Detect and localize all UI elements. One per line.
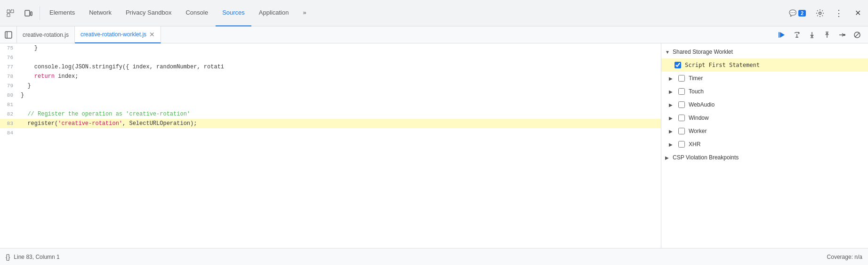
status-bar: {} Line 83, Column 1 Coverage: n/a <box>0 248 868 265</box>
chevron-right-icon: ▶ <box>665 155 671 160</box>
right-panel: ▼ Shared Storage Worklet Script First St… <box>661 43 868 248</box>
devtools-toolbar: Elements Network Privacy Sandbox Console… <box>0 0 868 26</box>
worker-label: Worker <box>689 128 707 134</box>
inspect-element-icon[interactable] <box>2 5 19 22</box>
webaudio-checkbox[interactable] <box>678 101 685 108</box>
line-number: 79 <box>0 81 19 91</box>
line-number: 75 <box>0 43 19 53</box>
script-first-statement-checkbox[interactable] <box>675 62 681 68</box>
code-editor[interactable]: 75 } 76 77 console.log(JSON.stringify({ … <box>0 43 661 248</box>
line-number: 77 <box>0 62 19 72</box>
chevron-right-icon: ▶ <box>669 76 675 81</box>
svg-rect-9 <box>779 32 780 38</box>
tab-application[interactable]: Application <box>252 0 296 26</box>
sidebar-toggle-button[interactable] <box>0 26 17 43</box>
code-lines: 75 } 76 77 console.log(JSON.stringify({ … <box>0 43 661 138</box>
toolbar-right: 💬 2 ⋮ ✕ <box>785 5 866 22</box>
tab-network[interactable]: Network <box>82 0 118 26</box>
tab-sources[interactable]: Sources <box>216 0 251 26</box>
line-content: } <box>19 91 24 100</box>
svg-marker-8 <box>780 32 785 38</box>
curly-braces-icon: {} <box>6 253 10 261</box>
touch-header[interactable]: ▶ Touch <box>661 85 868 98</box>
table-row: 80 } <box>0 91 661 100</box>
chevron-right-icon: ▶ <box>669 142 675 147</box>
tab-overflow[interactable]: » <box>296 0 313 26</box>
file-tab-label-active: creative-rotation-worklet.js <box>80 31 146 38</box>
window-checkbox[interactable] <box>678 115 685 121</box>
line-content: console.log(JSON.stringify({ index, rand… <box>19 62 224 72</box>
breakpoint-section-worker: ▶ Worker <box>661 124 868 138</box>
table-row: 82 // Register the operation as 'creativ… <box>0 109 661 119</box>
svg-rect-4 <box>31 12 32 16</box>
window-label: Window <box>689 115 709 121</box>
table-row: 78 return index; <box>0 72 661 81</box>
status-position: Line 83, Column 1 <box>14 254 59 260</box>
webaudio-header[interactable]: ▶ WebAudio <box>661 98 868 111</box>
timer-label: Timer <box>689 75 703 82</box>
file-tab-creative-rotation[interactable]: creative-rotation.js <box>17 26 75 43</box>
table-row: 76 <box>0 53 661 62</box>
table-row: 84 <box>0 128 661 138</box>
window-header[interactable]: ▶ Window <box>661 111 868 124</box>
worker-checkbox[interactable] <box>678 128 685 134</box>
line-number: 81 <box>0 100 19 109</box>
line-number: 76 <box>0 53 19 62</box>
line-number: 78 <box>0 72 19 81</box>
chevron-down-icon: ▼ <box>665 50 671 55</box>
close-icon: ✕ <box>855 8 861 17</box>
chevron-right-icon: ▶ <box>669 102 675 108</box>
chevron-right-icon: ▶ <box>669 89 675 94</box>
toolbar-separator-1 <box>40 7 40 20</box>
tab-console[interactable]: Console <box>179 0 215 26</box>
bp-item-label: Script First Statement <box>685 62 760 68</box>
line-content: register('creative-rotation', SelectURLO… <box>19 119 197 128</box>
deactivate-breakpoints-button[interactable] <box>850 28 864 42</box>
file-tab-creative-rotation-worklet[interactable]: creative-rotation-worklet.js ✕ <box>75 26 161 43</box>
svg-line-19 <box>855 33 860 37</box>
line-content <box>19 53 24 62</box>
xhr-header[interactable]: ▶ XHR <box>661 138 868 151</box>
breakpoint-section-webaudio: ▶ WebAudio <box>661 98 868 111</box>
line-content: } <box>19 43 38 53</box>
breakpoint-section-shared-storage: ▼ Shared Storage Worklet Script First St… <box>661 45 868 72</box>
debug-toolbar <box>775 28 868 42</box>
step-out-button[interactable] <box>820 28 834 42</box>
step-into-button[interactable] <box>805 28 819 42</box>
main-content: 75 } 76 77 console.log(JSON.stringify({ … <box>0 43 868 248</box>
svg-rect-6 <box>5 32 12 38</box>
close-devtools-button[interactable]: ✕ <box>849 5 866 22</box>
step-button[interactable] <box>835 28 849 42</box>
step-over-button[interactable] <box>790 28 804 42</box>
breakpoint-section-window: ▶ Window <box>661 111 868 124</box>
more-options-icon[interactable]: ⋮ <box>830 5 847 22</box>
settings-icon[interactable] <box>812 5 828 22</box>
line-number: 80 <box>0 91 19 100</box>
touch-label: Touch <box>689 88 704 95</box>
line-content: // Register the operation as 'creative-r… <box>19 109 190 119</box>
line-content <box>19 128 24 138</box>
device-toolbar-icon[interactable] <box>20 5 37 22</box>
svg-point-17 <box>844 34 845 36</box>
touch-checkbox[interactable] <box>678 88 685 95</box>
tab-elements[interactable]: Elements <box>43 0 81 26</box>
svg-rect-0 <box>7 10 10 13</box>
feedback-icon: 💬 <box>789 9 796 17</box>
shared-storage-worklet-header[interactable]: ▼ Shared Storage Worklet <box>661 45 868 58</box>
timer-header[interactable]: ▶ Timer <box>661 72 868 85</box>
timer-checkbox[interactable] <box>678 75 685 82</box>
resume-button[interactable] <box>775 28 789 42</box>
tab-privacy-sandbox[interactable]: Privacy Sandbox <box>119 0 178 26</box>
feedback-button[interactable]: 💬 2 <box>785 8 810 18</box>
table-row: 75 } <box>0 43 661 53</box>
bp-item-script-first-statement[interactable]: Script First Statement <box>661 58 868 72</box>
xhr-checkbox[interactable] <box>678 141 685 148</box>
webaudio-label: WebAudio <box>689 101 715 108</box>
worker-header[interactable]: ▶ Worker <box>661 124 868 138</box>
vertical-dots-icon: ⋮ <box>835 8 844 18</box>
file-tab-close-button[interactable]: ✕ <box>149 31 155 38</box>
csp-label: CSP Violation Breakpoints <box>673 154 739 161</box>
section-label: Shared Storage Worklet <box>673 49 733 55</box>
table-row: 79 } <box>0 81 661 91</box>
csp-header[interactable]: ▶ CSP Violation Breakpoints <box>661 151 868 164</box>
